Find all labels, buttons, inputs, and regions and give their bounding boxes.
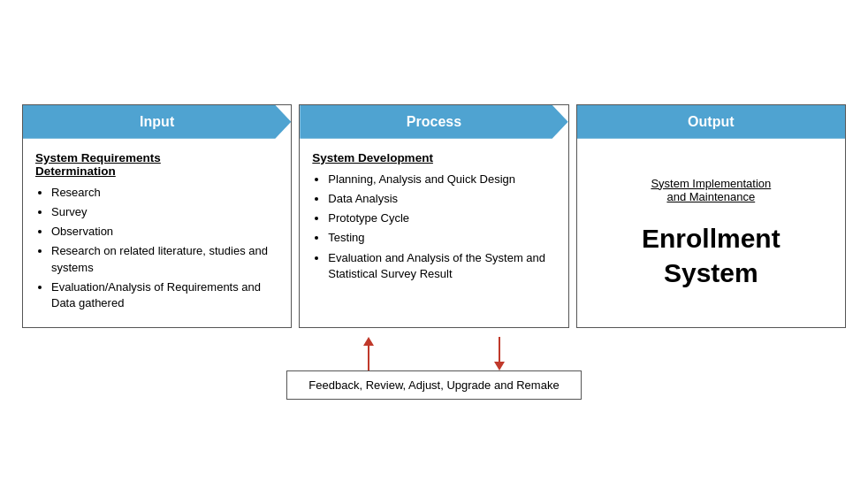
list-item: Evaluation and Analysis of the System an… [328, 250, 555, 282]
impl-label: System Implementation and Maintenance [651, 177, 771, 203]
arrows-row [19, 339, 849, 370]
arrow-down-head [494, 362, 505, 370]
process-label: Process [407, 114, 461, 129]
process-header: Process [300, 105, 567, 139]
process-section-title: System Development [312, 151, 555, 164]
arrow-up-shaft [368, 346, 369, 370]
list-item: Data Analysis [328, 191, 555, 207]
arrow-up-head [363, 337, 374, 346]
output-header: Output [577, 105, 845, 139]
columns-row: Input System Requirements Determination … [19, 104, 849, 328]
arrow-down [494, 337, 505, 370]
process-list: Planning, Analysis and Quick Design Data… [312, 172, 555, 282]
list-item: Testing [328, 230, 555, 246]
process-body: System Development Planning, Analysis an… [300, 139, 567, 327]
input-label: Input [140, 114, 174, 129]
output-label: Output [688, 114, 734, 129]
list-item: Planning, Analysis and Quick Design [328, 172, 555, 187]
input-column: Input System Requirements Determination … [22, 104, 292, 328]
input-header: Input [23, 105, 291, 139]
feedback-row: Feedback, Review, Adjust, Upgrade and Re… [19, 339, 849, 400]
input-body: System Requirements Determination Resear… [23, 139, 291, 327]
input-list: Research Survey Observation Research on … [35, 185, 278, 311]
list-item: Prototype Cycle [328, 210, 555, 226]
list-item: Research [51, 185, 278, 201]
list-item: Survey [51, 204, 278, 220]
diagram-wrapper: Input System Requirements Determination … [19, 104, 849, 400]
process-column: Process System Development Planning, Ana… [299, 104, 568, 328]
feedback-box: Feedback, Review, Adjust, Upgrade and Re… [286, 370, 581, 400]
feedback-label: Feedback, Review, Adjust, Upgrade and Re… [308, 378, 559, 392]
input-section-title: System Requirements Determination [35, 151, 278, 178]
list-item: Observation [51, 224, 278, 240]
list-item: Research on related literature, studies … [51, 243, 278, 275]
list-item: Evaluation/Analysis of Requirements and … [51, 279, 278, 311]
arrow-up [363, 337, 374, 370]
output-body: System Implementation and Maintenance En… [577, 139, 845, 327]
arrow-down-shaft [499, 337, 500, 362]
enrollment-title: Enrollment System [642, 221, 780, 290]
output-column: Output System Implementation and Mainten… [576, 104, 846, 328]
